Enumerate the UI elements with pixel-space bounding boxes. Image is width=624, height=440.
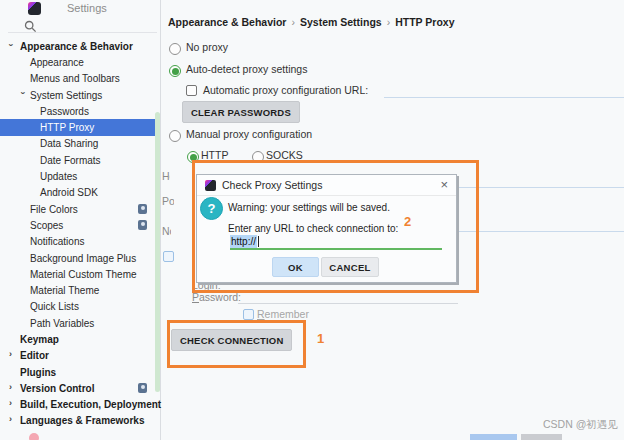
url-input[interactable]: http:// xyxy=(230,235,259,248)
dialog-title: Check Proxy Settings xyxy=(222,179,322,191)
sidebar-item-label: Path Variables xyxy=(30,318,94,329)
sidebar-item-material-theme[interactable]: Material Theme xyxy=(0,282,160,298)
sidebar-item-label: Languages & Frameworks xyxy=(20,415,144,426)
text-caret xyxy=(258,236,259,247)
url-input-selected-text: http:// xyxy=(230,235,257,248)
dialog-title-bar[interactable]: Check Proxy Settings xyxy=(197,175,456,196)
sidebar-separator xyxy=(8,32,157,33)
auto-url-field[interactable] xyxy=(384,97,624,98)
sidebar-item-version-control[interactable]: › Version Control xyxy=(0,380,160,396)
chevron-right-icon[interactable]: › xyxy=(9,414,12,424)
sidebar-item-label: Version Control xyxy=(20,383,94,394)
sidebar-item-label: HTTP Proxy xyxy=(40,122,94,133)
app-icon xyxy=(28,2,41,15)
host-name-label: Host name: xyxy=(162,170,170,182)
breadcrumb-separator: › xyxy=(291,16,295,28)
check-connection-button[interactable]: CHECK CONNECTION xyxy=(171,329,292,351)
sidebar-item-http-proxy[interactable]: HTTP Proxy xyxy=(0,119,160,135)
sidebar-item-label: Notifications xyxy=(30,236,84,247)
manual-proxy-label: Manual proxy configuration xyxy=(186,128,312,140)
socks-radio[interactable] xyxy=(252,151,264,163)
dialog-warning-text: Warning: your settings will be saved. xyxy=(228,202,390,213)
check-proxy-settings-dialog: Check Proxy Settings × ? Warning: your s… xyxy=(196,174,457,283)
close-icon[interactable]: × xyxy=(440,177,448,192)
auto-detect-radio[interactable] xyxy=(169,65,181,77)
sidebar-item-data-sharing[interactable]: Data Sharing xyxy=(0,136,160,152)
auto-url-label: Automatic proxy configuration URL: xyxy=(203,84,368,96)
sidebar-item-label: Material Theme xyxy=(30,285,99,296)
port-number-label: Port number: xyxy=(162,195,174,207)
annotation-number-1: 1 xyxy=(317,331,324,346)
annotation-number-2: 2 xyxy=(404,214,411,229)
password-field[interactable] xyxy=(238,303,458,304)
sidebar-item-appearance-behavior[interactable]: › Appearance & Behavior xyxy=(0,38,160,54)
sidebar-item-label: Build, Execution, Deployment xyxy=(20,399,161,410)
chevron-down-icon[interactable]: › xyxy=(18,92,28,95)
sidebar-item-label: Menus and Toolbars xyxy=(30,73,120,84)
sidebar-item-label: Appearance xyxy=(30,57,84,68)
ok-button-partial[interactable] xyxy=(470,434,517,440)
auto-url-checkbox[interactable] xyxy=(186,85,197,96)
breadcrumb-item[interactable]: Appearance & Behavior xyxy=(168,16,286,28)
clear-passwords-button[interactable]: CLEAR PASSWORDS xyxy=(182,101,300,123)
sidebar-item-editor[interactable]: › Editor xyxy=(0,348,160,364)
no-proxy-radio[interactable] xyxy=(169,43,181,55)
watermark: CSDN @初遇见 xyxy=(543,418,618,432)
sidebar-item-date-formats[interactable]: Date Formats xyxy=(0,152,160,168)
sidebar-item-label: Material Custom Theme xyxy=(30,269,137,280)
sidebar-item-label: Android SDK xyxy=(40,187,98,198)
password-label: Password: xyxy=(192,291,241,303)
sidebar-item-passwords[interactable]: Passwords xyxy=(0,103,160,119)
sidebar-item-scopes[interactable]: Scopes xyxy=(0,217,160,233)
project-scope-icon xyxy=(138,204,147,214)
sidebar-item-keymap[interactable]: Keymap xyxy=(0,331,160,347)
sidebar-item-label: Appearance & Behavior xyxy=(20,41,133,52)
sidebar-item-background-image-plus[interactable]: Background Image Plus xyxy=(0,250,160,266)
sidebar-item-path-variables[interactable]: Path Variables xyxy=(0,315,160,331)
settings-window: Settings › Appearance & Behavior Appeara… xyxy=(0,0,624,440)
breadcrumb-item[interactable]: HTTP Proxy xyxy=(395,16,454,28)
sidebar-item-updates[interactable]: Updates xyxy=(0,168,160,184)
remember-checkbox[interactable] xyxy=(243,309,254,320)
breadcrumb-item[interactable]: System Settings xyxy=(300,16,382,28)
sidebar-item-build-execution-deployment[interactable]: › Build, Execution, Deployment xyxy=(0,397,160,413)
sidebar-item-label: Plugins xyxy=(20,367,56,378)
sidebar-item-notifications[interactable]: Notifications xyxy=(0,234,160,250)
chevron-right-icon[interactable]: › xyxy=(9,398,12,408)
manual-proxy-radio[interactable] xyxy=(169,130,181,142)
cancel-button-partial[interactable] xyxy=(521,434,562,440)
window-title: Settings xyxy=(67,2,107,14)
sidebar-item-material-custom-theme[interactable]: Material Custom Theme xyxy=(0,266,160,282)
url-input-underline xyxy=(230,248,442,250)
cancel-button[interactable]: CANCEL xyxy=(321,257,379,277)
chevron-right-icon[interactable]: › xyxy=(9,382,12,392)
ok-button[interactable]: OK xyxy=(272,257,319,277)
sidebar-item-label: Background Image Plus xyxy=(30,253,136,264)
search-icon[interactable] xyxy=(24,19,37,37)
sidebar-item-quick-lists[interactable]: Quick Lists xyxy=(0,299,160,315)
sidebar-scrollbar[interactable] xyxy=(155,112,160,392)
sidebar-item-file-colors[interactable]: File Colors xyxy=(0,201,160,217)
sidebar-item-label: System Settings xyxy=(30,90,102,101)
sidebar-item-appearance[interactable]: Appearance xyxy=(0,54,160,70)
auto-detect-label: Auto-detect proxy settings xyxy=(186,63,307,75)
app-icon xyxy=(205,180,216,191)
http-label: HTTP xyxy=(201,149,228,161)
sidebar-item-plugins[interactable]: Plugins xyxy=(0,364,160,380)
question-icon: ? xyxy=(200,197,223,220)
sidebar-item-languages-frameworks[interactable]: › Languages & Frameworks xyxy=(0,413,160,429)
http-radio[interactable] xyxy=(187,151,199,163)
sidebar-item-label: Scopes xyxy=(30,220,63,231)
status-icon xyxy=(29,433,39,440)
sidebar-item-label: Editor xyxy=(20,350,49,361)
sidebar-item-system-settings[interactable]: › System Settings xyxy=(0,87,160,103)
proxy-auth-checkbox[interactable] xyxy=(163,251,174,262)
sidebar-item-label: Updates xyxy=(40,171,77,182)
chevron-right-icon[interactable]: › xyxy=(9,349,12,359)
sidebar-item-menus-toolbars[interactable]: Menus and Toolbars xyxy=(0,71,160,87)
sidebar-item-android-sdk[interactable]: Android SDK xyxy=(0,185,160,201)
chevron-down-icon[interactable]: › xyxy=(6,43,16,46)
socks-label: SOCKS xyxy=(266,149,303,161)
sidebar-item-label: Data Sharing xyxy=(40,138,98,149)
sidebar-item-label: Keymap xyxy=(20,334,59,345)
